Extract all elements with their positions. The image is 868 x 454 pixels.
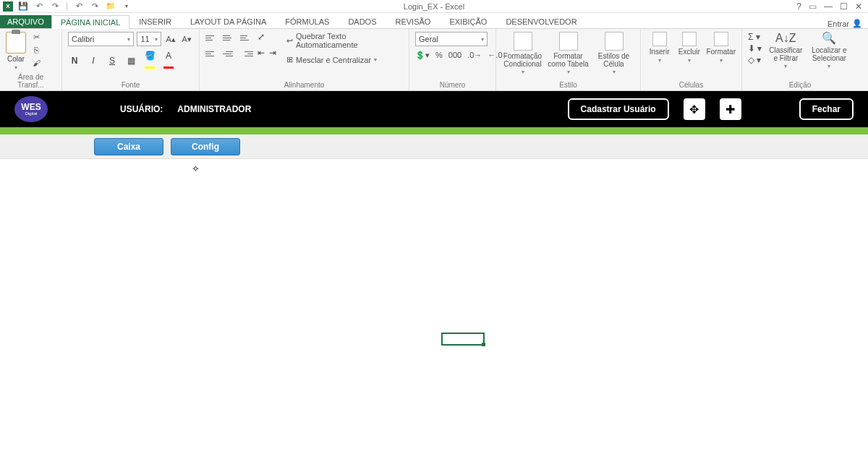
decrease-font-icon[interactable]: A▾ [180, 32, 193, 46]
number-format-select[interactable]: Geral▾ [415, 32, 488, 46]
decrease-indent-icon[interactable]: ⇤ [258, 48, 265, 59]
tab-developer[interactable]: DESENVOLVEDOR [496, 14, 586, 28]
caixa-button[interactable]: Caixa [94, 138, 163, 155]
delete-icon [682, 32, 697, 46]
group-font: Calibri▾ 11▾ A▴ A▾ N I S ▦ 🪣 A Fonte [62, 29, 200, 90]
merge-center-button[interactable]: ⊞Mesclar e Centralizar ▾ [286, 55, 403, 64]
sign-in[interactable]: Entrar 👤 [827, 19, 868, 28]
tab-home[interactable]: PÁGINA INICIAL [51, 15, 130, 29]
clipboard-icon [6, 32, 26, 53]
format-painter-icon[interactable]: 🖌 [30, 58, 42, 68]
align-bottom-icon[interactable] [240, 32, 253, 43]
find-select-button[interactable]: 🔍Localizar e Selecionar▾ [809, 32, 848, 69]
group-label: Área de Transf... [6, 72, 56, 90]
separator [67, 2, 67, 11]
align-center-icon[interactable] [223, 48, 236, 59]
fill-color-button[interactable]: 🪣 [143, 51, 156, 71]
accounting-format-icon[interactable]: 💲▾ [415, 51, 430, 60]
close-icon[interactable]: ✕ [855, 1, 862, 12]
align-right-icon[interactable] [240, 48, 253, 59]
copy-icon[interactable]: ⎘ [30, 45, 42, 55]
font-size-select[interactable]: 11▾ [137, 32, 161, 46]
user-label: USUÁRIO: [120, 104, 163, 114]
register-user-button[interactable]: Cadastrar Usuário [568, 98, 669, 120]
group-label: Número [415, 80, 490, 90]
chevron-down-icon: ▾ [14, 64, 17, 71]
format-cells-button[interactable]: Formatar▾ [706, 32, 736, 64]
insert-cells-button[interactable]: Inserir▾ [647, 32, 672, 64]
move-icon[interactable]: ✥ [684, 98, 705, 120]
folder-icon[interactable]: 📁 [105, 1, 116, 12]
cut-icon[interactable]: ✂ [30, 32, 42, 42]
sort-filter-button[interactable]: A↓ZClassificar e Filtrar▾ [766, 32, 805, 69]
fill-icon[interactable]: ⬇ ▾ [748, 43, 762, 53]
merge-icon: ⊞ [286, 55, 293, 64]
user-silhouette-icon: 👤 [852, 19, 862, 28]
selected-cell[interactable] [441, 333, 485, 346]
format-as-table-button[interactable]: Formatar como Tabela▾ [548, 32, 589, 76]
delete-cells-button[interactable]: Excluir▾ [676, 32, 702, 64]
help-icon[interactable]: ? [796, 1, 801, 12]
align-top-icon[interactable] [205, 32, 218, 43]
worksheet-area[interactable]: ✧ [0, 159, 868, 448]
tab-insert[interactable]: INSERIR [129, 14, 181, 28]
font-color-button[interactable]: A [162, 51, 175, 71]
ribbon-tabs: ARQUIVO PÁGINA INICIAL INSERIR LAYOUT DA… [0, 13, 868, 29]
underline-button[interactable]: S [106, 56, 119, 66]
title-bar: X 💾 ↶ ↷ ↶ ↷ 📁 ▾ Login_EX - Excel ? ▭ — ☐… [0, 0, 868, 13]
comma-format-icon[interactable]: 000 [448, 51, 461, 60]
qat-dropdown-icon[interactable]: ▾ [121, 1, 132, 12]
bold-button[interactable]: N [68, 56, 81, 66]
quick-access-toolbar: X 💾 ↶ ↷ ↶ ↷ 📁 ▾ [0, 1, 132, 12]
close-app-button[interactable]: Fechar [799, 98, 854, 120]
increase-indent-icon[interactable]: ⇥ [269, 48, 276, 59]
group-clipboard: Colar ▾ ✂ ⎘ 🖌 Área de Transf... [0, 29, 62, 90]
group-styles: Formatação Condicional▾ Formatar como Ta… [496, 29, 641, 90]
config-button[interactable]: Config [171, 138, 240, 155]
minimize-icon[interactable]: — [824, 1, 833, 12]
format-icon [714, 32, 728, 46]
save-icon[interactable]: 💾 [17, 1, 29, 12]
italic-button[interactable]: I [87, 56, 100, 66]
undo2-icon[interactable]: ↶ [73, 1, 85, 12]
ribbon-options-icon[interactable]: ▭ [809, 1, 817, 12]
ribbon: Colar ▾ ✂ ⎘ 🖌 Área de Transf... Calibri▾… [0, 29, 868, 91]
paste-button[interactable]: Colar ▾ [6, 32, 26, 71]
align-left-icon[interactable] [205, 48, 218, 59]
wrap-text-button[interactable]: ↩Quebrar Texto Automaticamente [286, 32, 403, 49]
align-middle-icon[interactable] [223, 32, 236, 43]
group-editing: Σ ▾ ⬇ ▾ ◇ ▾ A↓ZClassificar e Filtrar▾ 🔍L… [742, 29, 858, 90]
percent-format-icon[interactable]: % [435, 51, 443, 60]
undo-icon[interactable]: ↶ [33, 1, 45, 12]
tab-formulas[interactable]: FÓRMULAS [276, 14, 339, 28]
autosum-icon[interactable]: Σ ▾ [748, 32, 762, 42]
group-label: Células [647, 80, 736, 90]
tab-view[interactable]: EXIBIÇÃO [440, 14, 496, 28]
border-button[interactable]: ▦ [124, 56, 137, 66]
font-name-select[interactable]: Calibri▾ [68, 32, 134, 46]
sort-icon: A↓Z [775, 32, 796, 45]
table-icon [559, 32, 578, 51]
tab-file[interactable]: ARQUIVO [0, 15, 51, 28]
window-title: Login_EX - Excel [404, 2, 464, 11]
tab-review[interactable]: REVISÃO [386, 14, 441, 28]
group-label: Fonte [68, 80, 193, 90]
green-divider [0, 127, 868, 134]
plus-icon[interactable]: ✚ [720, 98, 741, 120]
user-name: ADMINISTRADOR [177, 104, 251, 114]
tab-data[interactable]: DADOS [339, 14, 386, 28]
cell-styles-icon [605, 32, 624, 51]
maximize-icon[interactable]: ☐ [840, 1, 848, 12]
redo2-icon[interactable]: ↷ [89, 1, 101, 12]
clear-icon[interactable]: ◇ ▾ [748, 55, 762, 65]
cell-styles-button[interactable]: Estilos de Célula▾ [593, 32, 634, 76]
increase-decimal-icon[interactable]: .0→ [467, 51, 482, 60]
increase-font-icon[interactable]: A▴ [164, 32, 177, 46]
paste-label: Colar [7, 55, 25, 63]
cond-format-icon [514, 32, 532, 51]
redo-icon[interactable]: ↷ [49, 1, 61, 12]
app-header-bar: WESDigital USUÁRIO: ADMINISTRADOR Cadast… [0, 91, 868, 127]
conditional-formatting-button[interactable]: Formatação Condicional▾ [502, 32, 543, 76]
orientation-icon[interactable]: ⤢ [258, 32, 265, 43]
tab-layout[interactable]: LAYOUT DA PÁGINA [181, 14, 276, 28]
